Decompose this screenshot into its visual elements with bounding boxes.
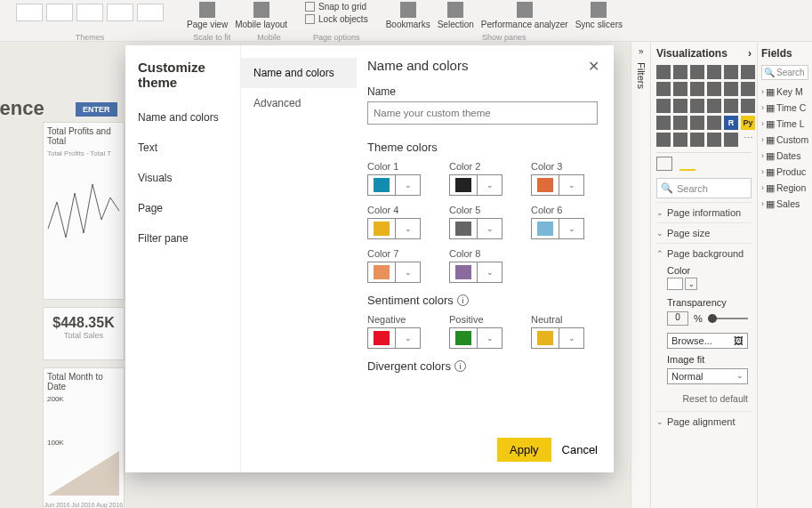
checkbox-icon xyxy=(305,2,315,12)
color-picker[interactable]: ⌄ xyxy=(449,262,502,283)
color-chip xyxy=(537,178,553,192)
color-picker[interactable]: ⌄ xyxy=(531,174,584,196)
color-chip xyxy=(455,178,471,192)
dialog-subnav-item[interactable]: Name and colors xyxy=(241,58,357,88)
color-label: Color 1 xyxy=(367,161,437,172)
dialog-left-nav: Customize theme Name and colorsTextVisua… xyxy=(125,45,241,472)
dialog-title: Customize theme xyxy=(138,60,240,90)
chevron-down-icon[interactable]: ⌄ xyxy=(559,328,583,348)
color-chip xyxy=(374,331,390,345)
dialog-content: ✕ Name and colors Name Theme colors Colo… xyxy=(357,45,614,472)
chevron-down-icon[interactable]: ⌄ xyxy=(395,328,420,348)
apply-button[interactable]: Apply xyxy=(497,438,551,462)
color-chip xyxy=(455,222,471,236)
selection-icon xyxy=(447,2,463,18)
sync-slicers-button[interactable]: Sync slicers xyxy=(572,0,626,31)
color-label: Color 2 xyxy=(449,161,519,172)
ribbon-group-label: Themes xyxy=(76,33,105,42)
chevron-down-icon[interactable]: ⌄ xyxy=(477,262,502,282)
bookmarks-icon xyxy=(400,2,416,18)
dialog-sub-nav: Name and colorsAdvanced xyxy=(241,45,357,472)
dialog-nav-item[interactable]: Text xyxy=(138,133,240,163)
mobile-layout-button[interactable]: Mobile layout xyxy=(231,0,291,31)
dialog-nav-item[interactable]: Filter pane xyxy=(138,223,240,254)
color-picker[interactable]: ⌄ xyxy=(449,327,502,349)
info-icon[interactable]: i xyxy=(454,360,466,372)
lock-objects-checkbox[interactable]: Lock objects xyxy=(305,14,368,24)
color-picker[interactable]: ⌄ xyxy=(367,174,421,196)
color-label: Color 6 xyxy=(531,205,600,215)
checkbox-icon xyxy=(305,14,315,24)
performance-icon xyxy=(517,2,533,18)
color-label: Color 8 xyxy=(449,248,519,259)
color-label: Color 5 xyxy=(449,205,519,215)
color-chip xyxy=(537,222,553,236)
color-picker[interactable]: ⌄ xyxy=(367,327,421,349)
customize-theme-dialog: Customize theme Name and colorsTextVisua… xyxy=(125,45,614,472)
theme-colors-heading: Theme colors xyxy=(367,141,598,154)
color-label: Color 3 xyxy=(531,161,600,172)
panel-title: Name and colors xyxy=(367,58,598,73)
selection-button[interactable]: Selection xyxy=(434,0,478,31)
chevron-down-icon[interactable]: ⌄ xyxy=(477,219,502,238)
divergent-colors-heading: Divergent colorsi xyxy=(367,359,598,373)
sync-icon xyxy=(591,2,607,18)
color-chip xyxy=(537,331,553,345)
info-icon[interactable]: i xyxy=(457,294,469,306)
close-icon[interactable]: ✕ xyxy=(588,58,599,75)
snap-to-grid-checkbox[interactable]: Snap to grid xyxy=(305,2,368,12)
color-label: Color 4 xyxy=(367,205,437,215)
cancel-button[interactable]: Cancel xyxy=(562,443,598,456)
performance-button[interactable]: Performance analyzer xyxy=(478,0,572,31)
chevron-down-icon[interactable]: ⌄ xyxy=(559,175,583,195)
dialog-subnav-item[interactable]: Advanced xyxy=(241,88,357,118)
page-view-button[interactable]: Page view xyxy=(183,0,231,31)
color-chip xyxy=(374,222,390,236)
sentiment-colors-heading: Sentiment colorsi xyxy=(367,294,598,307)
color-picker[interactable]: ⌄ xyxy=(531,218,584,239)
color-label: Positive xyxy=(449,314,519,325)
dialog-nav-item[interactable]: Name and colors xyxy=(138,102,240,133)
color-label: Color 7 xyxy=(367,248,437,259)
color-chip xyxy=(374,265,390,279)
dialog-overlay: Customize theme Name and colorsTextVisua… xyxy=(0,42,812,508)
color-label: Negative xyxy=(367,314,437,325)
page-view-icon xyxy=(199,2,215,18)
chevron-down-icon[interactable]: ⌄ xyxy=(559,219,583,238)
color-label: Neutral xyxy=(531,314,600,325)
theme-thumbnail[interactable] xyxy=(76,4,103,21)
color-picker[interactable]: ⌄ xyxy=(449,218,502,239)
bookmarks-button[interactable]: Bookmarks xyxy=(382,0,434,31)
chevron-down-icon[interactable]: ⌄ xyxy=(395,262,420,282)
mobile-icon xyxy=(253,2,269,18)
theme-thumbnail[interactable] xyxy=(107,4,133,21)
color-picker[interactable]: ⌄ xyxy=(367,218,421,239)
chevron-down-icon[interactable]: ⌄ xyxy=(477,175,502,195)
color-chip xyxy=(374,178,390,192)
color-picker[interactable]: ⌄ xyxy=(531,327,584,349)
dialog-nav-item[interactable]: Page xyxy=(138,193,240,223)
color-chip xyxy=(455,331,471,345)
color-picker[interactable]: ⌄ xyxy=(367,262,421,283)
color-picker[interactable]: ⌄ xyxy=(449,174,502,196)
chevron-down-icon[interactable]: ⌄ xyxy=(395,175,420,195)
dialog-nav-item[interactable]: Visuals xyxy=(138,163,240,193)
theme-thumbnail[interactable] xyxy=(46,4,73,21)
color-chip xyxy=(455,265,471,279)
theme-name-input[interactable] xyxy=(367,101,598,125)
chevron-down-icon[interactable]: ⌄ xyxy=(477,328,502,348)
ribbon: Themes Page view Mobile layout Scale to … xyxy=(0,0,812,42)
theme-thumbnail[interactable] xyxy=(137,4,164,21)
theme-thumbnail[interactable] xyxy=(16,4,43,21)
chevron-down-icon[interactable]: ⌄ xyxy=(395,219,420,238)
